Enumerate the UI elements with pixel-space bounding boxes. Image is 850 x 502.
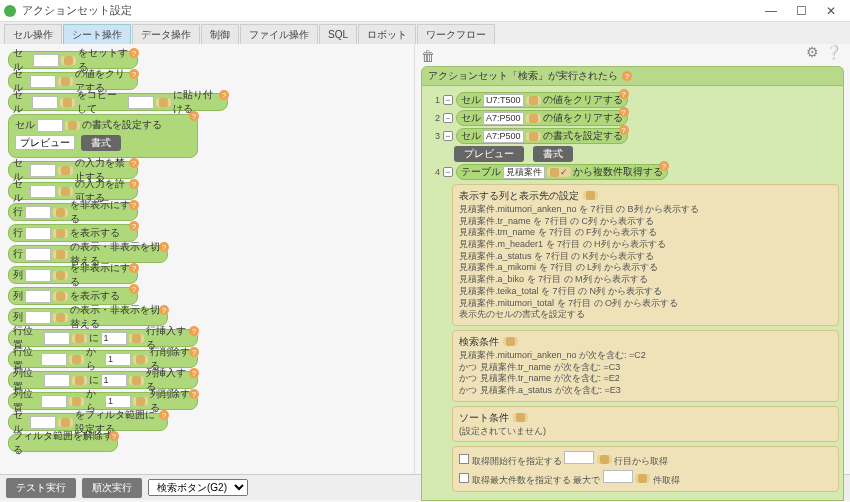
help-badge-icon[interactable]: ? [159, 410, 169, 420]
max-count-checkbox[interactable] [459, 473, 469, 483]
category-tabs: セル操作 シート操作 データ操作 制御 ファイル操作 SQL ロボット ワークフ… [0, 22, 850, 44]
help-badge-icon[interactable]: ? [619, 89, 629, 99]
help-badge-icon[interactable]: ? [159, 242, 169, 252]
tab-robot[interactable]: ロボット [358, 24, 416, 44]
detail-line: 見積案件.mitumori_anken_no を 7行目 の B列 から表示する [459, 204, 832, 216]
help-badge-icon[interactable]: ? [109, 431, 119, 441]
help-badge-icon[interactable]: ? [159, 305, 169, 315]
help-badge-icon[interactable]: ? [219, 90, 229, 100]
palette-block[interactable]: セル をコピーして に貼り付ける? [8, 93, 228, 111]
actionset-header-label: アクションセット「検索」が実行されたら [428, 69, 618, 83]
script-block[interactable]: セル A7:P500 の書式を設定する? [456, 128, 628, 144]
script-row: 3−セル A7:P500 の書式を設定する? [426, 128, 839, 144]
tab-file[interactable]: ファイル操作 [240, 24, 318, 44]
help-icon[interactable]: ❔ [825, 44, 842, 60]
detail-card: ソート条件 (設定されていません) [452, 406, 839, 443]
help-badge-icon[interactable]: ? [189, 326, 199, 336]
detail-card: 検索条件 見積案件.mitumori_anken_no が次を含む: =C2かつ… [452, 330, 839, 402]
help-badge-icon[interactable]: ? [189, 389, 199, 399]
detail-line: かつ 見積案件.a_status が次を含む: =E3 [459, 385, 832, 397]
detail-line: 見積案件.a_status を 7行目 の K列 から表示する [459, 251, 832, 263]
palette-block[interactable]: セル の書式を設定する書式? [8, 114, 198, 158]
detail-line: 見積案件.teika_total を 7行目 の N列 から表示する [459, 286, 832, 298]
tab-sql[interactable]: SQL [319, 24, 357, 44]
collapse-icon[interactable]: − [443, 113, 453, 123]
close-button[interactable]: ✕ [816, 1, 846, 21]
help-badge-icon[interactable]: ? [129, 48, 139, 58]
detail-line: 見積案件.tm_name を 7行目 の F列 から表示する [459, 227, 832, 239]
help-badge-icon[interactable]: ? [622, 71, 632, 81]
minimize-button[interactable]: — [756, 1, 786, 21]
trash-icon[interactable]: 🗑 [421, 48, 844, 64]
detail-line: かつ 見積案件.tr_name が次を含む: =E2 [459, 373, 832, 385]
tab-data[interactable]: データ操作 [132, 24, 200, 44]
help-badge-icon[interactable]: ? [659, 161, 669, 171]
palette-block[interactable]: フィルタ範囲を解除する? [8, 434, 118, 452]
collapse-icon[interactable]: − [443, 131, 453, 141]
palette-pane: セル をセットする?セル の値をクリアする?セル をコピーして に貼り付ける?セ… [0, 44, 415, 474]
test-run-button[interactable]: テスト実行 [6, 478, 76, 498]
maximize-button[interactable]: ☐ [786, 1, 816, 21]
detail-line: 見積案件.tr_name を 7行目 の C列 から表示する [459, 216, 832, 228]
collapse-icon[interactable]: − [443, 167, 453, 177]
detail-line: かつ 見積案件.tr_name が次を含む: =C3 [459, 362, 832, 374]
tab-control[interactable]: 制御 [201, 24, 239, 44]
script-row: 2−セル A7:P500 の値をクリアする? [426, 110, 839, 126]
gear-icon[interactable]: ⚙ [806, 44, 819, 60]
detail-card: 表示する列と表示先の設定 見積案件.mitumori_anken_no を 7行… [452, 184, 839, 326]
detail-line: 見積案件.mitumori_total を 7行目 の O列 から表示する [459, 298, 832, 310]
help-badge-icon[interactable]: ? [129, 221, 139, 231]
help-badge-icon[interactable]: ? [129, 263, 139, 273]
help-badge-icon[interactable]: ? [129, 200, 139, 210]
edit-icon[interactable] [513, 413, 528, 422]
detail-line: 見積案件.a_biko を 7行目 の M列 から表示する [459, 274, 832, 286]
window-title: アクションセット設定 [22, 3, 756, 18]
actionset-header: アクションセット「検索」が実行されたら ? [421, 66, 844, 86]
tab-workflow[interactable]: ワークフロー [417, 24, 495, 44]
palette-block[interactable]: 列 を非表示にする? [8, 266, 138, 284]
help-badge-icon[interactable]: ? [129, 284, 139, 294]
format-button[interactable]: 書式 [533, 146, 573, 162]
help-badge-icon[interactable]: ? [189, 111, 199, 121]
collapse-icon[interactable]: − [443, 95, 453, 105]
help-badge-icon[interactable]: ? [129, 69, 139, 79]
tab-cell[interactable]: セル操作 [4, 24, 62, 44]
script-block[interactable]: セル U7:T500 の値をクリアする? [456, 92, 628, 108]
detail-line: 表示先のセルの書式を設定する [459, 309, 832, 321]
target-select[interactable]: 検索ボタン(G2) [148, 479, 248, 496]
start-row-checkbox[interactable] [459, 454, 469, 464]
palette-block[interactable]: 行 を非表示にする? [8, 203, 138, 221]
app-icon [4, 5, 16, 17]
edit-icon[interactable] [503, 337, 518, 346]
detail-line: 見積案件.a_mikomi を 7行目 の L列 から表示する [459, 262, 832, 274]
detail-line: 見積案件.mitumori_anken_no が次を含む: =C2 [459, 350, 832, 362]
script-row: 4−テーブル 見積案件 ✓ から複数件取得する? [426, 164, 839, 180]
help-badge-icon[interactable]: ? [619, 107, 629, 117]
help-badge-icon[interactable]: ? [129, 179, 139, 189]
script-block[interactable]: セル A7:P500 の値をクリアする? [456, 110, 628, 126]
help-badge-icon[interactable]: ? [129, 158, 139, 168]
detail-line: 見積案件.m_header1 を 7行目 の H列 から表示する [459, 239, 832, 251]
format-button[interactable]: 書式 [81, 135, 121, 151]
preview-button[interactable]: プレビュー [454, 146, 524, 162]
help-badge-icon[interactable]: ? [619, 125, 629, 135]
detail-line: (設定されていません) [459, 426, 832, 438]
preview-input[interactable] [15, 135, 75, 150]
script-pane: ⚙ ❔ 🗑 アクションセット「検索」が実行されたら ? 1−セル U7:T500… [415, 44, 850, 474]
help-badge-icon[interactable]: ? [189, 347, 199, 357]
help-badge-icon[interactable]: ? [189, 368, 199, 378]
script-row: 1−セル U7:T500 の値をクリアする? [426, 92, 839, 108]
detail-card: 取得開始行を指定する 行目から取得 取得最大件数を指定する 最大で 件取得 [452, 446, 839, 491]
tab-sheet[interactable]: シート操作 [63, 24, 131, 44]
sequential-run-button[interactable]: 順次実行 [82, 478, 142, 498]
script-block[interactable]: テーブル 見積案件 ✓ から複数件取得する? [456, 164, 668, 180]
edit-icon[interactable] [583, 191, 598, 200]
